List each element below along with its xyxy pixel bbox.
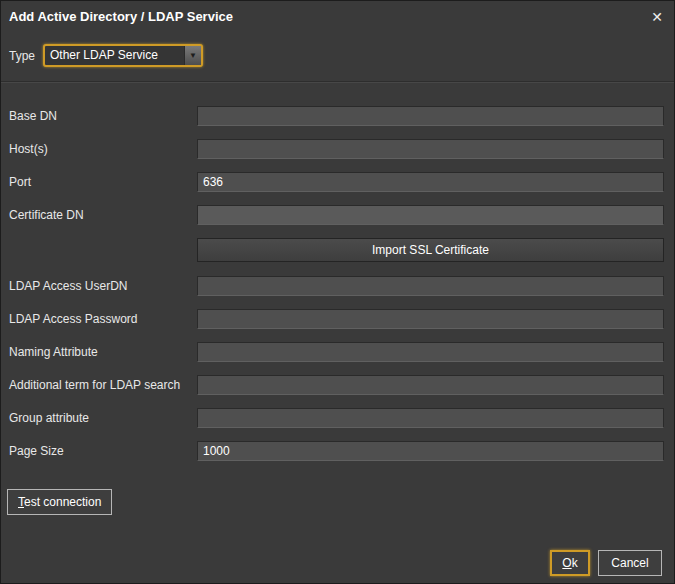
form: Base DN Host(s) Port Certificate DN Impo… xyxy=(1,91,674,467)
ok-mnemonic: O xyxy=(562,556,571,570)
close-icon[interactable]: ✕ xyxy=(651,10,663,24)
field-row-group-attribute: Group attribute xyxy=(1,401,674,434)
additional-term-label: Additional term for LDAP search xyxy=(9,378,197,392)
import-ssl-row: Import SSL Certificate xyxy=(1,231,674,269)
certificate-dn-input[interactable] xyxy=(197,205,664,225)
naming-attribute-input[interactable] xyxy=(197,342,664,362)
naming-attribute-label: Naming Attribute xyxy=(9,345,197,359)
dialog-title: Add Active Directory / LDAP Service xyxy=(9,9,233,24)
certificate-dn-label: Certificate DN xyxy=(9,208,197,222)
titlebar: Add Active Directory / LDAP Service ✕ xyxy=(1,1,674,28)
page-size-input[interactable] xyxy=(197,441,664,461)
base-dn-label: Base DN xyxy=(9,109,197,123)
test-connection-button[interactable]: Test connection xyxy=(7,489,112,515)
group-attribute-input[interactable] xyxy=(197,408,664,428)
ldap-access-userdn-label: LDAP Access UserDN xyxy=(9,279,197,293)
group-attribute-label: Group attribute xyxy=(9,411,197,425)
ok-label: k xyxy=(572,556,578,570)
chevron-down-icon[interactable]: ▼ xyxy=(184,46,201,65)
field-row-base-dn: Base DN xyxy=(1,99,674,132)
import-ssl-certificate-button[interactable]: Import SSL Certificate xyxy=(197,238,664,262)
field-row-additional-term: Additional term for LDAP search xyxy=(1,368,674,401)
type-dropdown-value: Other LDAP Service xyxy=(45,46,184,65)
hosts-label: Host(s) xyxy=(9,142,197,156)
field-row-port: Port xyxy=(1,165,674,198)
cancel-button[interactable]: Cancel xyxy=(598,550,662,576)
type-row: Type Other LDAP Service ▼ xyxy=(1,28,674,67)
port-input[interactable] xyxy=(197,172,664,192)
ok-button[interactable]: Ok xyxy=(550,550,590,576)
test-connection-label: est connection xyxy=(24,495,101,509)
ldap-access-password-input[interactable] xyxy=(197,309,664,329)
base-dn-input[interactable] xyxy=(197,106,664,126)
divider xyxy=(1,81,674,83)
hosts-input[interactable] xyxy=(197,139,664,159)
field-row-ldap-access-userdn: LDAP Access UserDN xyxy=(1,269,674,302)
field-row-naming-attribute: Naming Attribute xyxy=(1,335,674,368)
additional-term-input[interactable] xyxy=(197,375,664,395)
bottom-buttons: Ok Cancel xyxy=(550,550,662,576)
type-dropdown[interactable]: Other LDAP Service ▼ xyxy=(43,44,203,67)
ldap-access-userdn-input[interactable] xyxy=(197,276,664,296)
field-row-hosts: Host(s) xyxy=(1,132,674,165)
page-size-label: Page Size xyxy=(9,444,197,458)
field-row-ldap-access-password: LDAP Access Password xyxy=(1,302,674,335)
type-label: Type xyxy=(9,49,35,63)
ldap-access-password-label: LDAP Access Password xyxy=(9,312,197,326)
add-ldap-service-dialog: Add Active Directory / LDAP Service ✕ Ty… xyxy=(0,0,675,584)
field-row-certificate-dn: Certificate DN xyxy=(1,198,674,231)
field-row-page-size: Page Size xyxy=(1,434,674,467)
port-label: Port xyxy=(9,175,197,189)
